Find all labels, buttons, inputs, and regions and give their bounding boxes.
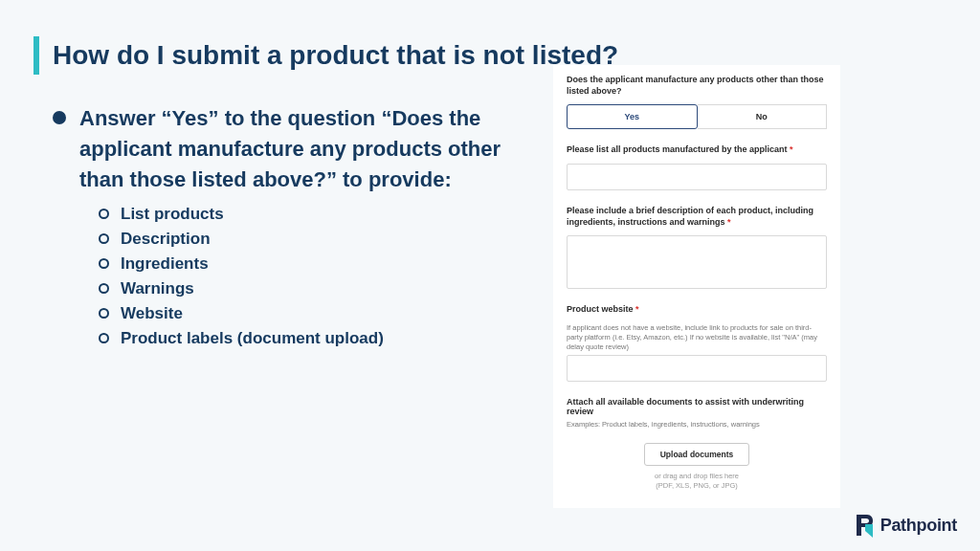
question-label: Product website [567, 304, 827, 316]
bullet-disc-icon [53, 111, 66, 124]
sub-bullet-list: List products Description Ingredients Wa… [99, 205, 502, 348]
question-label: Please list all products manufactured by… [567, 144, 827, 156]
title-block: How do I submit a product that is not li… [33, 36, 618, 75]
bullet-circle-icon [99, 333, 109, 343]
list-item: Product labels (document upload) [99, 329, 502, 348]
page-title: How do I submit a product that is not li… [53, 40, 618, 71]
upload-zone[interactable]: Upload documents or drag and drop files … [567, 433, 827, 495]
yes-no-group: Yes No [567, 104, 827, 129]
sub-item-label: Ingredients [121, 254, 209, 274]
website-input[interactable] [567, 355, 827, 382]
upload-formats: (PDF, XLS, PNG, or JPG) [567, 481, 827, 491]
bullet-circle-icon [99, 258, 109, 269]
bullet-circle-icon [99, 308, 109, 319]
upload-button[interactable]: Upload documents [644, 443, 750, 466]
question-label: Please include a brief description of ea… [567, 206, 827, 228]
title-accent-bar [33, 36, 39, 75]
sub-item-label: List products [121, 205, 224, 224]
upload-hint: or drag and drop files here [567, 472, 827, 481]
pathpoint-icon [854, 513, 875, 538]
sub-item-label: Product labels (document upload) [121, 329, 384, 348]
list-item: Warnings [99, 279, 502, 298]
sub-item-label: Website [121, 304, 183, 323]
attach-heading: Attach all available documents to assist… [567, 397, 827, 416]
description-textarea[interactable] [567, 235, 827, 289]
products-input[interactable] [567, 164, 827, 190]
helper-text: If applicant does not have a website, in… [567, 323, 827, 351]
bullet-circle-icon [99, 209, 109, 219]
no-button[interactable]: No [698, 104, 828, 129]
sub-item-label: Description [121, 230, 211, 249]
main-bullet: Answer “Yes” to the question “Does the a… [53, 103, 502, 195]
attach-examples: Examples: Product labels, ingredients, i… [567, 420, 827, 430]
list-item: List products [99, 205, 502, 224]
content-left: Answer “Yes” to the question “Does the a… [53, 103, 502, 354]
list-item: Ingredients [99, 254, 502, 274]
bullet-circle-icon [99, 283, 109, 294]
yes-button[interactable]: Yes [567, 104, 698, 129]
bullet-circle-icon [99, 233, 109, 244]
list-item: Description [99, 230, 502, 249]
brand-logo: Pathpoint [854, 513, 957, 538]
question-label: Does the applicant manufacture any produ… [567, 75, 827, 97]
brand-name: Pathpoint [880, 516, 957, 536]
main-bullet-text: Answer “Yes” to the question “Does the a… [79, 103, 502, 195]
form-screenshot: Does the applicant manufacture any produ… [553, 65, 840, 508]
sub-item-label: Warnings [121, 279, 194, 298]
list-item: Website [99, 304, 502, 323]
